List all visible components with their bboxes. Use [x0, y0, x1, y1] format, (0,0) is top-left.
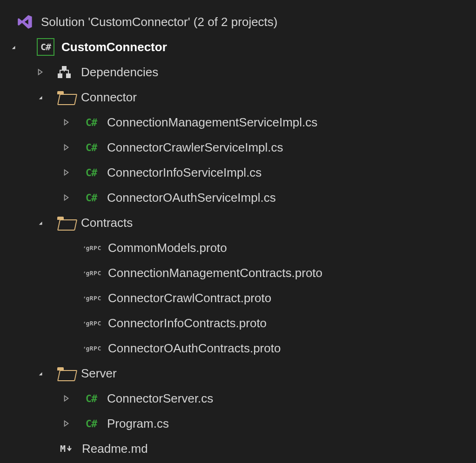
file-node-cs[interactable]: C# ConnectorCrawlerServiceImpl.cs [0, 135, 476, 160]
folder-open-icon [56, 88, 74, 106]
file-label: ConnectorCrawlerServiceImpl.cs [107, 140, 283, 155]
expand-toggle-icon[interactable] [60, 117, 72, 128]
grpc-file-icon: gRPC [83, 238, 101, 257]
csharp-file-icon: C# [82, 389, 101, 408]
file-node-md[interactable]: M Readme.md [0, 436, 476, 461]
file-node-cs[interactable]: C# ConnectionManagementServiceImpl.cs [0, 110, 476, 135]
folder-node-contracts[interactable]: Contracts [0, 210, 476, 235]
file-label: ConnectorInfoContracts.proto [108, 316, 267, 331]
grpc-file-icon: gRPC [83, 289, 101, 307]
folder-label: Connector [81, 90, 137, 105]
folder-node-server[interactable]: Server [0, 361, 476, 386]
dependencies-icon [56, 63, 74, 81]
grpc-file-icon: gRPC [83, 264, 101, 282]
file-node-proto[interactable]: gRPC ConnectorOAuthContracts.proto [0, 336, 476, 361]
folder-label: Server [81, 366, 117, 381]
expand-toggle-icon[interactable] [60, 393, 72, 404]
file-label: ConnectorOAuthServiceImpl.cs [107, 191, 276, 205]
solution-node[interactable]: Solution 'CustomConnector' (2 of 2 proje… [0, 9, 476, 34]
folder-open-icon [56, 213, 74, 232]
project-node[interactable]: C# CustomConnector [0, 34, 476, 60]
file-node-cs[interactable]: C# ConnectorOAuthServiceImpl.cs [0, 185, 476, 210]
file-node-proto[interactable]: gRPC ConnectorCrawlContract.proto [0, 285, 476, 311]
file-node-cs[interactable]: C# Program.cs [0, 411, 476, 436]
file-label: Program.cs [107, 417, 169, 431]
dependencies-label: Dependencies [81, 65, 158, 79]
expand-toggle-icon[interactable] [34, 368, 46, 379]
csharp-file-icon: C# [82, 163, 101, 182]
file-node-proto[interactable]: gRPC CommonModels.proto [0, 235, 476, 260]
file-label: CommonModels.proto [108, 241, 227, 255]
grpc-file-icon: gRPC [83, 314, 101, 332]
dependencies-node[interactable]: Dependencies [0, 60, 476, 85]
file-label: ConnectorCrawlContract.proto [108, 291, 271, 305]
project-label: CustomConnector [61, 40, 167, 54]
expand-toggle-icon[interactable] [60, 418, 72, 429]
expand-toggle-icon[interactable] [60, 142, 72, 153]
file-label: ConnectionManagementServiceImpl.cs [107, 115, 317, 130]
csharp-file-icon: C# [82, 113, 101, 132]
csharp-file-icon: C# [82, 414, 101, 433]
csharp-project-icon: C# [36, 38, 55, 56]
solution-label: Solution 'CustomConnector' (2 of 2 proje… [41, 15, 278, 29]
markdown-file-icon: M [57, 439, 75, 458]
file-label: ConnectorInfoServiceImpl.cs [107, 165, 261, 180]
expand-toggle-icon[interactable] [34, 92, 46, 103]
file-label: ConnectionManagementContracts.proto [108, 266, 322, 280]
folder-node-connector[interactable]: Connector [0, 85, 476, 110]
file-node-proto[interactable]: gRPC ConnectionManagementContracts.proto [0, 260, 476, 285]
file-label: ConnectorServer.cs [107, 391, 213, 406]
expand-toggle-icon[interactable] [60, 192, 72, 203]
grpc-file-icon: gRPC [83, 339, 101, 357]
expand-toggle-icon[interactable] [7, 41, 19, 53]
csharp-file-icon: C# [82, 138, 101, 157]
folder-label: Contracts [81, 216, 133, 230]
vs-solution-icon [16, 13, 34, 31]
expand-toggle-icon[interactable] [34, 217, 46, 228]
expand-toggle-icon[interactable] [60, 167, 72, 178]
folder-open-icon [56, 364, 74, 383]
file-label: ConnectorOAuthContracts.proto [108, 341, 281, 356]
file-node-cs[interactable]: C# ConnectorInfoServiceImpl.cs [0, 160, 476, 185]
file-label: Readme.md [82, 442, 148, 456]
solution-explorer-tree: Solution 'CustomConnector' (2 of 2 proje… [0, 9, 476, 461]
file-node-cs[interactable]: C# ConnectorServer.cs [0, 386, 476, 411]
file-node-proto[interactable]: gRPC ConnectorInfoContracts.proto [0, 311, 476, 336]
expand-toggle-icon[interactable] [34, 66, 46, 78]
csharp-file-icon: C# [82, 188, 101, 207]
